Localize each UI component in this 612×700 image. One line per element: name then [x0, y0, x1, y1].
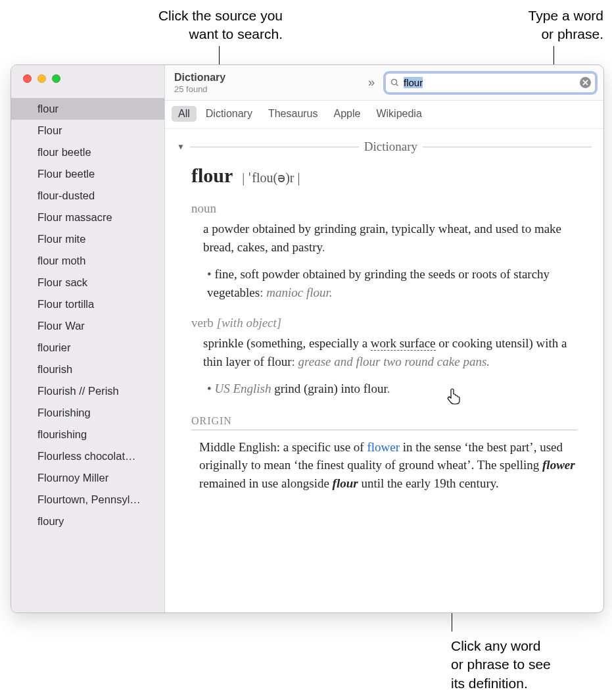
def-verb[interactable]: sprinkle (something, especially a work s…	[203, 334, 577, 370]
result-item[interactable]: flour moth	[11, 250, 164, 272]
result-item[interactable]: Flour mite	[11, 228, 164, 250]
zoom-button[interactable]	[52, 74, 60, 83]
subdef-noun-1[interactable]: fine, soft powder obtained by grinding t…	[207, 265, 577, 301]
headword[interactable]: flour	[191, 164, 233, 186]
app-title: Dictionary	[174, 72, 225, 84]
pos-verb: verb [with object]	[191, 316, 577, 330]
callout-lookup: Click any word or phrase to see its defi…	[451, 637, 602, 693]
main-pane: Dictionary 25 found » All Dictionary The…	[165, 65, 603, 612]
search-field[interactable]	[385, 73, 596, 93]
source-tabs: All Dictionary Thesaurus Apple Wikipedia	[165, 101, 603, 129]
origin-text[interactable]: Middle English: a specific use of flower…	[199, 438, 577, 493]
clear-search-button[interactable]	[580, 77, 591, 88]
sidebar: flour Flour flour beetle Flour beetle fl…	[11, 65, 165, 612]
dictionary-window: flour Flour flour beetle Flour beetle fl…	[11, 64, 604, 613]
result-item[interactable]: Flour tortilla	[11, 293, 164, 315]
origin-label: ORIGIN	[191, 415, 577, 427]
result-item[interactable]: Flournoy Miller	[11, 467, 164, 489]
result-count: 25 found	[174, 84, 225, 94]
xref-work-surface[interactable]: work surface	[371, 336, 436, 351]
result-item[interactable]: flour beetle	[11, 141, 164, 163]
section-title: Dictionary	[364, 139, 417, 154]
minimize-button[interactable]	[37, 74, 46, 83]
result-item[interactable]: flourier	[11, 337, 164, 359]
tab-dictionary[interactable]: Dictionary	[199, 106, 259, 122]
def-noun[interactable]: a powder obtained by grinding grain, typ…	[203, 220, 577, 256]
window-controls	[11, 74, 164, 94]
entry: flour | ˈflou(ə)r | noun a powder obtain…	[165, 159, 603, 492]
title-block: Dictionary 25 found	[174, 72, 225, 94]
result-item[interactable]: Flour sack	[11, 272, 164, 293]
search-icon	[390, 78, 400, 88]
callout-source: Click the source you want to search.	[72, 7, 283, 44]
overflow-chevron-icon[interactable]: »	[368, 76, 379, 89]
pos-noun: noun	[191, 201, 577, 216]
cursor-icon	[446, 388, 461, 408]
tab-all[interactable]: All	[172, 106, 197, 122]
result-item[interactable]: flour-dusted	[11, 185, 164, 207]
content-area: ▼ Dictionary flour | ˈflou(ə)r | noun a …	[165, 129, 603, 612]
close-button[interactable]	[23, 74, 32, 83]
svg-line-1	[396, 84, 398, 86]
headword-block: flour | ˈflou(ə)r |	[191, 164, 577, 187]
pronunciation: | ˈflou(ə)r |	[242, 170, 300, 185]
result-item[interactable]: Flour	[11, 120, 164, 141]
tab-wikipedia[interactable]: Wikipedia	[369, 106, 428, 122]
result-item[interactable]: floury	[11, 511, 164, 532]
result-item[interactable]: Flourishing	[11, 402, 164, 424]
toolbar: Dictionary 25 found »	[165, 65, 603, 101]
result-item[interactable]: Flourless chocolat…	[11, 445, 164, 467]
result-item[interactable]: Flourish // Perish	[11, 380, 164, 402]
result-item[interactable]: Flourtown, Pennsyl…	[11, 489, 164, 511]
callout-search: Type a word or phrase.	[492, 7, 603, 44]
result-item[interactable]: Flour massacre	[11, 207, 164, 228]
link-flower[interactable]: flower	[367, 440, 400, 454]
section-header[interactable]: ▼ Dictionary	[165, 136, 603, 159]
result-item[interactable]: flourishing	[11, 424, 164, 445]
subdef-verb-1[interactable]: US English grind (grain) into flour.	[207, 380, 577, 398]
x-icon	[582, 80, 588, 86]
results-list: flour Flour flour beetle Flour beetle fl…	[11, 94, 164, 612]
result-item[interactable]: Flour War	[11, 315, 164, 337]
result-item[interactable]: flour	[11, 98, 164, 120]
disclosure-triangle-icon[interactable]: ▼	[177, 142, 185, 151]
search-input[interactable]	[400, 77, 580, 88]
result-item[interactable]: flourish	[11, 359, 164, 380]
result-item[interactable]: Flour beetle	[11, 163, 164, 185]
svg-point-0	[392, 80, 397, 85]
tab-apple[interactable]: Apple	[327, 106, 367, 122]
tab-thesaurus[interactable]: Thesaurus	[262, 106, 325, 122]
